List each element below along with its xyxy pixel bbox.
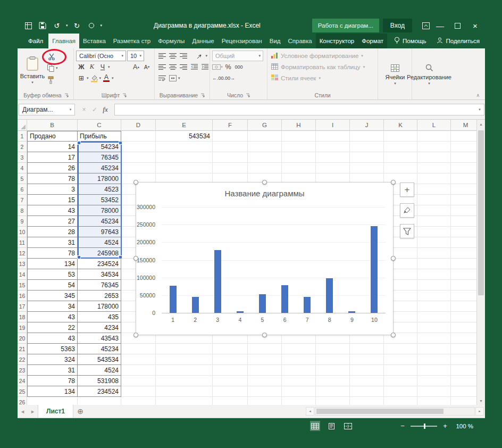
ribbon-tab-Справка[interactable]: Справка [285,34,316,48]
cell-M8[interactable] [451,205,476,216]
cell-J26[interactable] [350,397,384,405]
cell-M16[interactable] [451,291,476,301]
align-bottom-button[interactable] [178,51,189,61]
cell-I26[interactable] [316,397,350,405]
cell-F26[interactable] [213,397,248,405]
cell-I1[interactable] [316,131,350,142]
cell-M2[interactable] [451,142,476,152]
row-header-4[interactable]: 4 [18,163,27,173]
cell-M6[interactable] [451,184,476,195]
confirm-entry-button[interactable]: ✓ [90,106,99,113]
row-header-20[interactable]: 20 [18,333,27,344]
cell-C18[interactable]: 435 [78,312,121,322]
row-header-19[interactable]: 19 [18,322,27,333]
number-format-dropdown-icon[interactable]: ▾ [257,54,262,58]
row-header-6[interactable]: 6 [18,184,27,195]
cell-B15[interactable]: 54 [27,280,78,291]
chart-handle-s[interactable] [262,333,267,337]
row-header-12[interactable]: 12 [18,248,27,259]
sheet-nav-right-icon[interactable]: ▸ [28,408,38,415]
close-button[interactable]: × [466,18,484,34]
cell-F21[interactable] [213,344,248,354]
chart-elements-button[interactable]: + [400,182,414,197]
save-button[interactable] [37,20,48,31]
row-header-18[interactable]: 18 [18,312,27,322]
row-header-8[interactable]: 8 [18,205,27,216]
cell-L17[interactable] [417,301,451,312]
cell-L21[interactable] [417,344,451,354]
row-header-13[interactable]: 13 [18,259,27,269]
cell-L6[interactable] [417,184,451,195]
ribbon-tab-Разметка стр[interactable]: Разметка стр [110,34,154,48]
copy-button[interactable]: ▾ [47,63,58,73]
chart-handle-w[interactable] [133,256,138,261]
cell-E23[interactable] [156,365,213,376]
cell-B1[interactable]: Продано [27,131,78,142]
cell-M18[interactable] [451,312,476,322]
cell-H21[interactable] [282,344,316,354]
shrink-font-button[interactable]: А▾ [141,62,152,72]
cell-K2[interactable] [384,142,417,152]
copy-dropdown-icon[interactable]: ▾ [56,66,58,70]
font-size-select[interactable]: 10 ▾ [127,51,144,61]
cell-C17[interactable]: 178000 [78,301,121,312]
font-size-dropdown-icon[interactable]: ▾ [138,54,143,58]
cell-L24[interactable] [417,376,451,386]
clipboard-dialog-launcher[interactable] [64,92,69,98]
cell-C11[interactable]: 4524 [78,237,121,248]
row-header-15[interactable]: 15 [18,280,27,291]
cell-M26[interactable] [451,397,476,405]
row-header-25[interactable]: 25 [18,386,27,397]
ribbon-tab-Конструктор[interactable]: Конструктор [316,34,358,48]
cell-L13[interactable] [417,259,451,269]
zoom-slider-thumb[interactable] [424,424,425,429]
cell-J22[interactable] [350,354,384,365]
select-all-button[interactable] [18,120,27,130]
cell-E22[interactable] [156,354,213,365]
cell-C15[interactable]: 76345 [78,280,121,291]
cut-button[interactable] [47,51,58,62]
row-header-21[interactable]: 21 [18,344,27,354]
chart-bar[interactable] [348,311,355,313]
cell-D23[interactable] [121,365,156,376]
scroll-right-icon[interactable]: ▸ [475,407,484,416]
cell-H24[interactable] [282,376,316,386]
cell-B10[interactable]: 28 [27,227,78,237]
horizontal-scrollbar[interactable]: ◂ ▸ [306,406,484,416]
column-header-F[interactable]: F [213,120,248,130]
chart-handle-ne[interactable] [391,180,396,185]
cell-C19[interactable]: 4234 [78,322,121,333]
zoom-level[interactable]: 100 % [453,423,473,429]
cell-B4[interactable]: 26 [27,163,78,173]
name-box[interactable]: Диаграм... ▾ [19,104,75,115]
cell-C14[interactable]: 34534 [78,269,121,280]
editing-button[interactable]: Редактирование ▾ [414,50,444,99]
scroll-up-icon[interactable]: ▲ [477,120,485,128]
cell-H25[interactable] [282,386,316,397]
insert-function-button[interactable]: fx [101,105,110,114]
share-button[interactable]: Поделиться [437,37,480,45]
cell-E3[interactable] [156,152,213,163]
chart-handle-se[interactable] [391,333,396,337]
decrease-decimal-button[interactable]: .00→ [224,73,236,84]
cell-G1[interactable] [248,131,282,142]
row-header-26[interactable]: 26 [18,397,27,405]
cell-C9[interactable]: 45234 [78,216,121,227]
cell-B26[interactable] [27,397,78,405]
cell-C16[interactable]: 2653 [78,291,121,301]
column-header-D[interactable]: D [121,120,156,130]
cell-J1[interactable] [350,131,384,142]
cell-E21[interactable] [156,344,213,354]
underline-dropdown-icon[interactable]: ▾ [108,65,110,69]
cell-M20[interactable] [451,333,476,344]
format-as-table-dropdown-icon[interactable]: ▾ [363,65,365,69]
name-box-dropdown-icon[interactable]: ▾ [66,107,74,112]
orientation-dropdown-icon[interactable]: ▾ [205,54,207,58]
cell-B7[interactable]: 15 [27,195,78,205]
cell-C2[interactable]: 54234 [78,142,121,152]
column-header-L[interactable]: L [417,120,451,130]
chart-handle-sw[interactable] [133,333,138,337]
cell-L12[interactable] [417,248,451,259]
underline-button[interactable]: Ч [97,62,108,72]
cell-B13[interactable]: 134 [27,259,78,269]
